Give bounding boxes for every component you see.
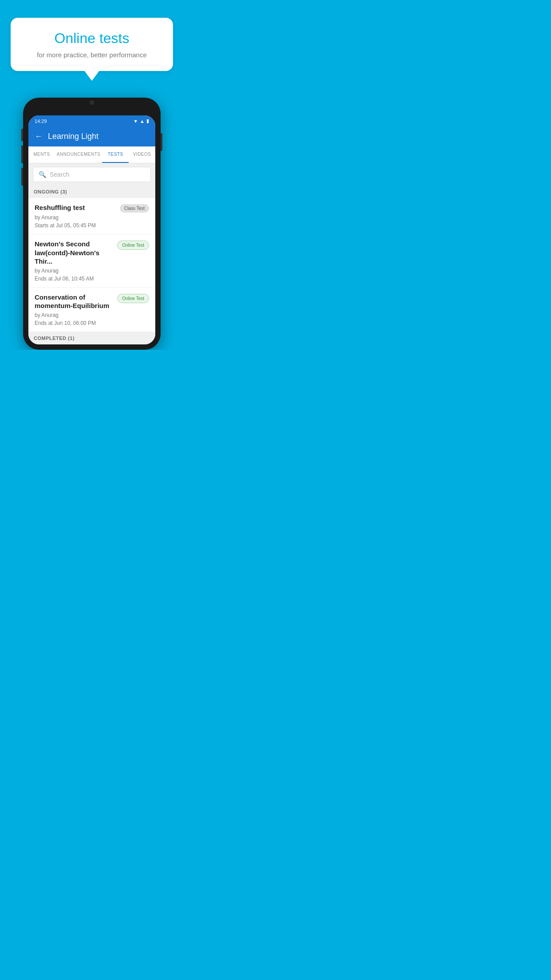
volume-up-button <box>21 129 23 141</box>
test-badge-1: Class Test <box>120 204 149 213</box>
back-button[interactable]: ← <box>35 132 43 141</box>
test-time-2: Ends at Jul 06, 10:45 AM <box>35 276 149 282</box>
tab-tests[interactable]: TESTS <box>102 146 129 163</box>
status-time: 14:29 <box>35 119 47 124</box>
bubble-subtitle: for more practice, better performance <box>25 51 159 59</box>
speech-bubble: Online tests for more practice, better p… <box>11 18 173 71</box>
test-title-2: Newton's Second law(contd)-Newton's Thir… <box>35 240 114 266</box>
silent-button <box>21 168 23 186</box>
phone-notch <box>79 98 105 107</box>
tab-videos[interactable]: VIDEOS <box>129 146 155 163</box>
test-title-1: Reshuffling test <box>35 203 116 212</box>
phone-device: 14:29 ▼ ▲ ▮ ← Learning Light MENTS ANNOU… <box>23 98 161 350</box>
bubble-title: Online tests <box>25 30 159 47</box>
test-item-1[interactable]: Reshuffling test Class Test by Anurag St… <box>28 198 155 234</box>
app-title: Learning Light <box>48 132 98 141</box>
phone-screen: 14:29 ▼ ▲ ▮ ← Learning Light MENTS ANNOU… <box>28 115 155 344</box>
test-item-3[interactable]: Conservation of momentum-Equilibrium Onl… <box>28 288 155 332</box>
signal-icon: ▲ <box>140 119 145 124</box>
test-item-2-header: Newton's Second law(contd)-Newton's Thir… <box>35 240 149 266</box>
tabs-bar: MENTS ANNOUNCEMENTS TESTS VIDEOS <box>28 146 155 163</box>
status-icons: ▼ ▲ ▮ <box>133 118 149 124</box>
power-button <box>161 133 162 151</box>
test-badge-2: Online Test <box>117 241 149 250</box>
top-section: Online tests for more practice, better p… <box>0 0 184 71</box>
phone-wrapper: 14:29 ▼ ▲ ▮ ← Learning Light MENTS ANNOU… <box>0 98 184 350</box>
status-bar: 14:29 ▼ ▲ ▮ <box>28 115 155 126</box>
volume-down-button <box>21 146 23 163</box>
search-placeholder: Search <box>50 171 69 178</box>
tab-ments[interactable]: MENTS <box>28 146 55 163</box>
tab-announcements[interactable]: ANNOUNCEMENTS <box>55 146 102 163</box>
test-author-1: by Anurag <box>35 214 149 221</box>
wifi-icon: ▼ <box>133 119 138 124</box>
front-camera <box>90 100 94 105</box>
test-author-3: by Anurag <box>35 312 149 318</box>
search-input-wrapper[interactable]: 🔍 Search <box>33 167 151 182</box>
app-bar: ← Learning Light <box>28 126 155 146</box>
notch-area <box>28 103 155 115</box>
test-title-3: Conservation of momentum-Equilibrium <box>35 293 114 310</box>
test-time-1: Starts at Jul 05, 05:45 PM <box>35 222 149 229</box>
completed-section-header: COMPLETED (1) <box>28 332 155 344</box>
ongoing-section-header: ONGOING (3) <box>28 186 155 198</box>
test-author-2: by Anurag <box>35 268 149 274</box>
test-item-1-header: Reshuffling test Class Test <box>35 203 149 213</box>
battery-icon: ▮ <box>146 118 149 124</box>
test-time-3: Ends at Jun 10, 06:00 PM <box>35 320 149 326</box>
test-item-3-header: Conservation of momentum-Equilibrium Onl… <box>35 293 149 310</box>
search-container: 🔍 Search <box>28 163 155 186</box>
test-item-2[interactable]: Newton's Second law(contd)-Newton's Thir… <box>28 234 155 288</box>
test-badge-3: Online Test <box>117 294 149 303</box>
search-icon: 🔍 <box>39 171 46 178</box>
